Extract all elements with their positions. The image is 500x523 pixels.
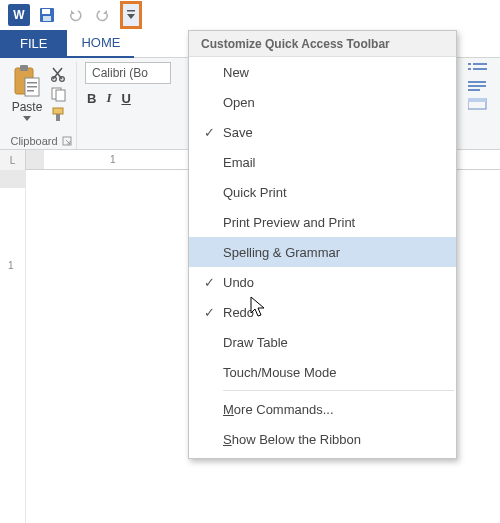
svg-rect-13 [56, 90, 65, 101]
customize-qat-menu: Customize Quick Access Toolbar New Open … [188, 30, 457, 459]
check-icon: ✓ [199, 275, 219, 290]
undo-qat-button[interactable] [62, 3, 88, 27]
menu-item-open[interactable]: Open [189, 87, 456, 117]
word-icon: W [8, 4, 30, 26]
ribbon-right-fragments [468, 58, 500, 110]
svg-rect-22 [468, 85, 486, 87]
svg-rect-9 [27, 90, 34, 92]
underline-button[interactable]: U [121, 91, 130, 106]
menu-item-show-below-ribbon[interactable]: Show Below the Ribbon [189, 424, 456, 454]
menu-separator [223, 390, 454, 391]
svg-rect-2 [43, 16, 51, 21]
dialog-launcher-icon[interactable] [62, 136, 72, 146]
bold-button[interactable]: B [87, 91, 96, 106]
tab-home[interactable]: HOME [67, 30, 134, 58]
menu-item-touch-mouse[interactable]: Touch/Mouse Mode [189, 357, 456, 387]
tab-home-label: HOME [81, 35, 120, 50]
menu-item-spelling-grammar[interactable]: Spelling & Grammar [189, 237, 456, 267]
ribbon-group-font: Calibri (Bo B I U [85, 62, 179, 149]
menu-item-draw-table[interactable]: Draw Table [189, 327, 456, 357]
svg-rect-21 [468, 81, 486, 83]
format-painter-icon [50, 106, 68, 122]
svg-rect-14 [53, 108, 63, 114]
menu-item-save[interactable]: ✓ Save [189, 117, 456, 147]
dropdown-icon [126, 9, 136, 21]
svg-rect-15 [56, 114, 60, 121]
save-qat-button[interactable] [34, 3, 60, 27]
menu-item-email[interactable]: Email [189, 147, 456, 177]
redo-icon [94, 6, 112, 24]
svg-rect-3 [127, 10, 135, 12]
font-style-row: B I U [85, 90, 171, 106]
customize-qat-dropdown[interactable] [120, 1, 142, 29]
clipboard-group-label: Clipboard [6, 135, 76, 147]
word-app-icon[interactable]: W [6, 3, 32, 27]
svg-rect-20 [473, 68, 487, 70]
svg-rect-1 [42, 9, 50, 14]
format-painter-button[interactable] [50, 106, 68, 122]
check-icon: ✓ [199, 305, 219, 320]
copy-icon [50, 86, 68, 102]
svg-rect-25 [468, 98, 486, 102]
vertical-ruler[interactable]: 1 [0, 170, 26, 523]
check-icon: ✓ [199, 125, 219, 140]
copy-button[interactable] [50, 86, 68, 102]
ribbon-group-clipboard: Paste [6, 62, 77, 149]
cut-icon [50, 66, 68, 82]
tab-file[interactable]: FILE [0, 30, 67, 58]
svg-rect-17 [468, 63, 471, 65]
svg-rect-18 [473, 63, 487, 65]
menu-item-new[interactable]: New [189, 57, 456, 87]
quick-access-toolbar: W [0, 0, 500, 30]
bullets-icon[interactable] [468, 62, 490, 74]
align-icon[interactable] [468, 80, 490, 92]
word-letter: W [13, 8, 24, 22]
redo-qat-button[interactable] [90, 3, 116, 27]
font-name-combo[interactable]: Calibri (Bo [85, 62, 171, 84]
menu-item-redo[interactable]: ✓ Redo [189, 297, 456, 327]
shading-icon[interactable] [468, 98, 490, 110]
menu-item-more-commands[interactable]: More Commands... [189, 394, 456, 424]
undo-icon [66, 6, 84, 24]
paste-label: Paste [12, 100, 43, 114]
svg-rect-23 [468, 89, 480, 91]
menu-title: Customize Quick Access Toolbar [189, 31, 456, 57]
menu-item-quick-print[interactable]: Quick Print [189, 177, 456, 207]
font-name-value: Calibri (Bo [92, 66, 148, 80]
paste-button[interactable]: Paste [6, 62, 48, 122]
chevron-down-icon [23, 116, 31, 121]
ruler-corner[interactable]: L [0, 150, 26, 170]
svg-rect-7 [27, 82, 37, 84]
menu-item-undo[interactable]: ✓ Undo [189, 267, 456, 297]
svg-rect-5 [20, 65, 28, 71]
tab-file-label: FILE [20, 36, 47, 51]
vruler-mark-1: 1 [8, 260, 14, 271]
menu-item-print-preview[interactable]: Print Preview and Print [189, 207, 456, 237]
ruler-mark-1: 1 [110, 154, 116, 165]
svg-rect-8 [27, 86, 37, 88]
paste-icon [12, 64, 42, 98]
save-icon [38, 6, 56, 24]
svg-rect-19 [468, 68, 471, 70]
italic-button[interactable]: I [106, 90, 111, 106]
cut-button[interactable] [50, 66, 68, 82]
